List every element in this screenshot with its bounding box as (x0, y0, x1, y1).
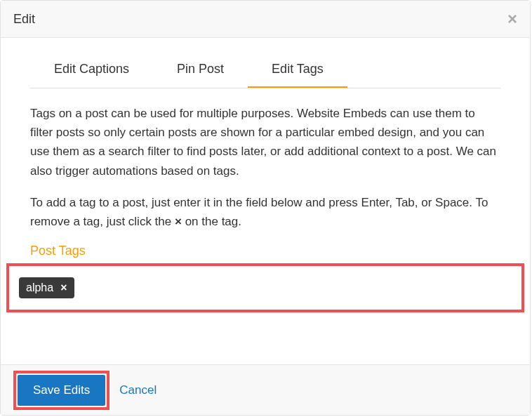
modal-footer: Save Edits Cancel (1, 364, 530, 415)
modal-body: Edit Captions Pin Post Edit Tags Tags on… (1, 38, 530, 415)
tab-edit-captions[interactable]: Edit Captions (30, 52, 153, 88)
tag-remove-icon[interactable]: × (60, 282, 67, 294)
post-tags-label: Post Tags (30, 244, 500, 258)
tag-label: alpha (26, 282, 53, 294)
save-highlight: Save Edits (13, 371, 109, 410)
tags-description-1: Tags on a post can be used for multiple … (30, 104, 500, 180)
tag-chip: alpha × (19, 277, 74, 298)
tags-description-2-after: on the tag. (182, 215, 241, 228)
tags-description-2: To add a tag to a post, just enter it in… (30, 193, 500, 231)
modal-header: Edit × (1, 1, 530, 38)
post-tags-input[interactable]: alpha × (6, 263, 524, 312)
close-icon[interactable]: × (507, 11, 517, 27)
tags-description-2-before: To add a tag to a post, just enter it in… (30, 196, 488, 228)
tab-bar: Edit Captions Pin Post Edit Tags (30, 52, 500, 88)
x-symbol: × (175, 215, 182, 228)
cancel-button[interactable]: Cancel (119, 383, 157, 397)
tab-edit-tags[interactable]: Edit Tags (248, 52, 347, 88)
edit-modal: Edit × Edit Captions Pin Post Edit Tags … (0, 0, 531, 416)
tab-pin-post[interactable]: Pin Post (153, 52, 248, 88)
save-button[interactable]: Save Edits (18, 375, 105, 406)
modal-title: Edit (13, 12, 35, 27)
